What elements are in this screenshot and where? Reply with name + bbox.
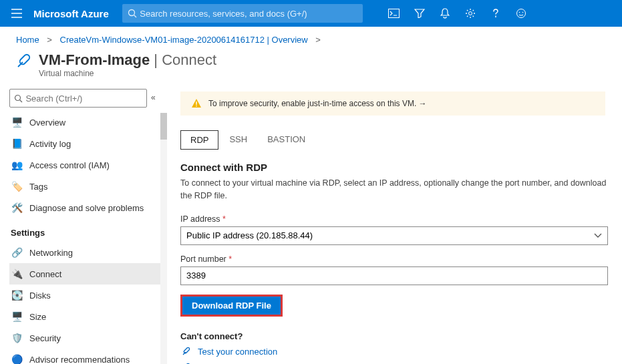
svg-rect-10	[196, 106, 196, 107]
page-title: VM-From-Image | Connect	[39, 51, 216, 69]
svg-line-8	[20, 100, 23, 102]
tab-rdp[interactable]: RDP	[180, 130, 218, 150]
bell-icon	[440, 8, 450, 19]
sidebar-item-disks[interactable]: 💽Disks	[9, 285, 163, 306]
smile-icon	[516, 8, 526, 19]
network-icon: 🔗	[11, 246, 23, 258]
tab-ssh[interactable]: SSH	[220, 130, 257, 150]
brand: Microsoft Azure	[33, 8, 109, 19]
cloud-shell-button[interactable]	[383, 2, 406, 25]
size-icon: 🖥️	[11, 311, 23, 323]
svg-rect-9	[196, 102, 196, 105]
port-input[interactable]	[186, 270, 602, 281]
chevron-right-icon: >	[47, 35, 52, 45]
global-search[interactable]	[122, 4, 363, 23]
link-test-connection[interactable]: Test your connection	[180, 347, 622, 357]
sidebar-item-access-control[interactable]: 👥Access control (IAM)	[9, 154, 163, 176]
svg-line-1	[134, 15, 136, 18]
notifications-button[interactable]	[434, 2, 456, 25]
cloud-shell-icon	[388, 9, 400, 18]
sidebar-search-input[interactable]	[25, 94, 142, 104]
cant-connect-title: Can't connect?	[180, 331, 622, 341]
svg-point-4	[516, 9, 525, 18]
advisor-icon: 🔵	[11, 353, 23, 364]
breadcrumb-home[interactable]: Home	[16, 35, 39, 45]
filter-icon	[414, 9, 425, 18]
help-icon	[491, 8, 500, 19]
connect-desc: To connect to your virtual machine via R…	[180, 177, 608, 202]
sidebar-item-size[interactable]: 🖥️Size	[9, 306, 163, 327]
sidebar-section-settings: Settings	[11, 228, 163, 238]
disk-icon: 💽	[11, 289, 23, 301]
ip-value: Public IP address (20.185.88.44)	[186, 230, 313, 240]
banner-text: To improve security, enable just-in-time…	[208, 99, 427, 108]
chevron-right-icon: >	[315, 35, 321, 45]
collapse-button[interactable]: «	[151, 93, 156, 102]
svg-point-6	[522, 12, 523, 13]
search-icon	[14, 94, 23, 103]
svg-point-3	[468, 12, 472, 15]
sidebar-item-tags[interactable]: 🏷️Tags	[9, 176, 163, 197]
svg-point-0	[128, 10, 134, 16]
security-banner[interactable]: To improve security, enable just-in-time…	[180, 92, 605, 116]
ip-label: IP address *	[180, 214, 622, 224]
global-search-input[interactable]	[140, 9, 357, 19]
port-input-wrap[interactable]	[180, 266, 608, 285]
download-rdp-button[interactable]: Download RDP File	[180, 295, 283, 317]
chevron-down-icon	[594, 233, 602, 238]
ip-select[interactable]: Public IP address (20.185.88.44)	[180, 226, 608, 245]
port-label: Port number *	[180, 254, 622, 264]
breadcrumb-item[interactable]: CreateVm-Windowse-VM01-image-20200614161…	[60, 35, 308, 45]
sidebar-search[interactable]	[9, 89, 147, 108]
tab-bastion[interactable]: BASTION	[258, 130, 315, 150]
connect-title: Connect with RDP	[180, 162, 622, 173]
help-button[interactable]	[484, 2, 507, 25]
menu-icon	[11, 9, 22, 18]
sidebar-item-diagnose[interactable]: 🛠️Diagnose and solve problems	[9, 197, 163, 218]
diagnose-icon: 🛠️	[11, 202, 23, 214]
tag-icon: 🏷️	[11, 180, 23, 192]
menu-button[interactable]	[7, 3, 27, 23]
svg-point-7	[15, 95, 21, 100]
plug-icon: 🔌	[11, 268, 23, 280]
log-icon: 📘	[11, 138, 23, 150]
settings-button[interactable]	[459, 2, 482, 25]
filter-button[interactable]	[408, 2, 431, 25]
gear-icon	[465, 8, 476, 19]
connect-icon	[13, 51, 33, 71]
svg-rect-2	[389, 9, 400, 18]
warning-icon	[191, 98, 202, 109]
sidebar-item-security[interactable]: 🛡️Security	[9, 327, 163, 349]
shield-icon: 🛡️	[11, 332, 23, 344]
feedback-button[interactable]	[510, 2, 532, 25]
svg-point-5	[518, 12, 520, 13]
sidebar-item-connect[interactable]: 🔌Connect	[9, 263, 163, 285]
connect-tabs: RDP SSH BASTION	[180, 130, 622, 150]
sidebar-item-advisor[interactable]: 🔵Advisor recommendations	[9, 349, 163, 364]
sidebar-item-networking[interactable]: 🔗Networking	[9, 242, 163, 263]
plug-icon	[180, 347, 191, 357]
page-subtitle: Virtual machine	[39, 69, 216, 78]
sidebar-item-activity-log[interactable]: 📘Activity log	[9, 133, 163, 154]
sidebar-item-overview[interactable]: 🖥️Overview	[9, 112, 163, 133]
search-icon	[128, 9, 137, 18]
people-icon: 👥	[11, 159, 23, 171]
breadcrumb: Home > CreateVm-Windowse-VM01-image-2020…	[0, 27, 622, 47]
monitor-icon: 🖥️	[11, 116, 23, 128]
